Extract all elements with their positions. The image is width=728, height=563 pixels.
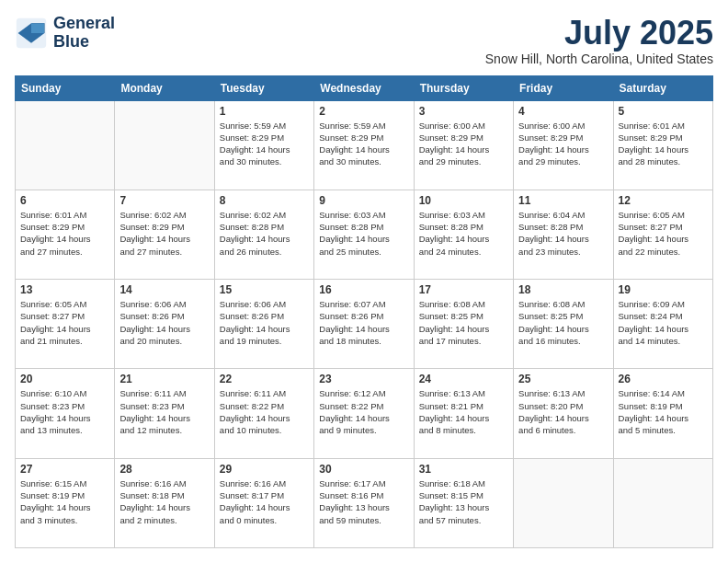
day-number: 15 (220, 283, 309, 296)
day-number: 31 (419, 463, 508, 476)
day-info: Sunrise: 6:12 AMSunset: 8:22 PMDaylight:… (319, 387, 408, 436)
day-number: 24 (419, 373, 508, 385)
day-info: Sunrise: 6:18 AMSunset: 8:15 PMDaylight:… (419, 477, 508, 526)
day-info: Sunrise: 6:14 AMSunset: 8:19 PMDaylight:… (619, 387, 708, 436)
logo: General Blue (15, 15, 115, 52)
day-number: 16 (319, 283, 408, 296)
calendar-cell: 9Sunrise: 6:03 AMSunset: 8:28 PMDaylight… (314, 190, 414, 279)
header: General Blue July 2025 Snow Hill, North … (15, 15, 713, 66)
calendar-cell: 3Sunrise: 6:00 AMSunset: 8:29 PMDaylight… (414, 100, 513, 190)
day-info: Sunrise: 6:05 AMSunset: 8:27 PMDaylight:… (619, 209, 708, 258)
week-row-4: 20Sunrise: 6:10 AMSunset: 8:23 PMDayligh… (16, 369, 713, 458)
day-number: 20 (20, 373, 109, 385)
calendar-cell: 12Sunrise: 6:05 AMSunset: 8:27 PMDayligh… (613, 190, 712, 279)
day-info: Sunrise: 6:01 AMSunset: 8:29 PMDaylight:… (619, 120, 708, 168)
day-info: Sunrise: 6:15 AMSunset: 8:19 PMDaylight:… (20, 477, 109, 526)
calendar-cell: 2Sunrise: 5:59 AMSunset: 8:29 PMDaylight… (314, 100, 414, 190)
day-info: Sunrise: 6:09 AMSunset: 8:24 PMDaylight:… (619, 298, 708, 347)
day-info: Sunrise: 6:07 AMSunset: 8:26 PMDaylight:… (319, 298, 408, 347)
location: Snow Hill, North Carolina, United States (485, 52, 713, 66)
calendar-header-row: SundayMondayTuesdayWednesdayThursdayFrid… (16, 75, 713, 100)
calendar-cell: 22Sunrise: 6:11 AMSunset: 8:22 PMDayligh… (214, 369, 313, 458)
calendar-cell: 6Sunrise: 6:01 AMSunset: 8:29 PMDaylight… (16, 190, 115, 279)
calendar-cell: 21Sunrise: 6:11 AMSunset: 8:23 PMDayligh… (115, 369, 214, 458)
calendar-cell (115, 100, 214, 190)
logo-icon (15, 17, 48, 50)
calendar-header-tuesday: Tuesday (214, 75, 313, 100)
calendar-cell: 5Sunrise: 6:01 AMSunset: 8:29 PMDaylight… (613, 100, 712, 190)
day-info: Sunrise: 6:11 AMSunset: 8:22 PMDaylight:… (220, 387, 309, 436)
calendar-cell: 27Sunrise: 6:15 AMSunset: 8:19 PMDayligh… (16, 458, 115, 547)
calendar-cell: 1Sunrise: 5:59 AMSunset: 8:29 PMDaylight… (214, 100, 313, 190)
day-number: 26 (619, 373, 708, 385)
svg-marker-3 (31, 23, 44, 33)
calendar-cell: 25Sunrise: 6:13 AMSunset: 8:20 PMDayligh… (514, 369, 613, 458)
calendar-table: SundayMondayTuesdayWednesdayThursdayFrid… (15, 75, 713, 548)
day-info: Sunrise: 6:08 AMSunset: 8:25 PMDaylight:… (419, 298, 508, 347)
day-info: Sunrise: 6:02 AMSunset: 8:29 PMDaylight:… (119, 209, 209, 258)
calendar-cell: 14Sunrise: 6:06 AMSunset: 8:26 PMDayligh… (115, 280, 214, 369)
calendar-cell: 7Sunrise: 6:02 AMSunset: 8:29 PMDaylight… (115, 190, 214, 279)
day-info: Sunrise: 6:16 AMSunset: 8:17 PMDaylight:… (220, 477, 309, 526)
calendar-header-friday: Friday (514, 75, 613, 100)
day-info: Sunrise: 6:17 AMSunset: 8:16 PMDaylight:… (319, 477, 408, 526)
day-info: Sunrise: 6:06 AMSunset: 8:26 PMDaylight:… (220, 298, 309, 347)
calendar-header-sunday: Sunday (16, 75, 115, 100)
day-info: Sunrise: 6:10 AMSunset: 8:23 PMDaylight:… (20, 387, 109, 436)
month-title: July 2025 (485, 15, 713, 52)
day-info: Sunrise: 6:03 AMSunset: 8:28 PMDaylight:… (319, 209, 408, 258)
calendar-header-saturday: Saturday (613, 75, 712, 100)
week-row-3: 13Sunrise: 6:05 AMSunset: 8:27 PMDayligh… (16, 280, 713, 369)
day-info: Sunrise: 5:59 AMSunset: 8:29 PMDaylight:… (220, 120, 309, 168)
day-number: 18 (518, 283, 608, 296)
day-number: 11 (518, 194, 608, 207)
calendar-cell: 29Sunrise: 6:16 AMSunset: 8:17 PMDayligh… (214, 458, 313, 547)
day-number: 22 (220, 373, 309, 385)
day-number: 30 (319, 463, 408, 476)
day-number: 13 (20, 283, 109, 296)
day-number: 5 (619, 105, 708, 118)
title-section: July 2025 Snow Hill, North Carolina, Uni… (485, 15, 713, 66)
day-info: Sunrise: 6:04 AMSunset: 8:28 PMDaylight:… (518, 209, 608, 258)
day-number: 27 (20, 463, 109, 476)
calendar-header-monday: Monday (115, 75, 214, 100)
day-info: Sunrise: 6:08 AMSunset: 8:25 PMDaylight:… (518, 298, 608, 347)
calendar-cell (514, 458, 613, 547)
calendar-cell: 30Sunrise: 6:17 AMSunset: 8:16 PMDayligh… (314, 458, 414, 547)
day-number: 9 (319, 194, 408, 207)
day-number: 17 (419, 283, 508, 296)
calendar-cell (613, 458, 712, 547)
day-number: 4 (518, 105, 608, 118)
day-number: 19 (619, 283, 708, 296)
calendar-cell: 8Sunrise: 6:02 AMSunset: 8:28 PMDaylight… (214, 190, 313, 279)
calendar-header-wednesday: Wednesday (314, 75, 414, 100)
day-info: Sunrise: 6:01 AMSunset: 8:29 PMDaylight:… (20, 209, 109, 258)
page: General Blue July 2025 Snow Hill, North … (0, 0, 728, 563)
calendar-cell: 13Sunrise: 6:05 AMSunset: 8:27 PMDayligh… (16, 280, 115, 369)
calendar-cell: 24Sunrise: 6:13 AMSunset: 8:21 PMDayligh… (414, 369, 513, 458)
day-number: 28 (119, 463, 209, 476)
day-number: 12 (619, 194, 708, 207)
calendar-cell: 16Sunrise: 6:07 AMSunset: 8:26 PMDayligh… (314, 280, 414, 369)
calendar-cell: 10Sunrise: 6:03 AMSunset: 8:28 PMDayligh… (414, 190, 513, 279)
week-row-1: 1Sunrise: 5:59 AMSunset: 8:29 PMDaylight… (16, 100, 713, 190)
calendar-cell (16, 100, 115, 190)
calendar-cell: 17Sunrise: 6:08 AMSunset: 8:25 PMDayligh… (414, 280, 513, 369)
calendar-cell: 18Sunrise: 6:08 AMSunset: 8:25 PMDayligh… (514, 280, 613, 369)
week-row-5: 27Sunrise: 6:15 AMSunset: 8:19 PMDayligh… (16, 458, 713, 547)
calendar-cell: 31Sunrise: 6:18 AMSunset: 8:15 PMDayligh… (414, 458, 513, 547)
day-info: Sunrise: 6:05 AMSunset: 8:27 PMDaylight:… (20, 298, 109, 347)
day-number: 29 (220, 463, 309, 476)
day-info: Sunrise: 6:00 AMSunset: 8:29 PMDaylight:… (518, 120, 608, 168)
day-info: Sunrise: 6:16 AMSunset: 8:18 PMDaylight:… (119, 477, 209, 526)
day-info: Sunrise: 6:02 AMSunset: 8:28 PMDaylight:… (220, 209, 309, 258)
calendar-cell: 15Sunrise: 6:06 AMSunset: 8:26 PMDayligh… (214, 280, 313, 369)
calendar-cell: 20Sunrise: 6:10 AMSunset: 8:23 PMDayligh… (16, 369, 115, 458)
day-number: 23 (319, 373, 408, 385)
day-number: 10 (419, 194, 508, 207)
day-number: 21 (119, 373, 209, 385)
day-number: 25 (518, 373, 608, 385)
week-row-2: 6Sunrise: 6:01 AMSunset: 8:29 PMDaylight… (16, 190, 713, 279)
calendar-cell: 28Sunrise: 6:16 AMSunset: 8:18 PMDayligh… (115, 458, 214, 547)
day-number: 8 (220, 194, 309, 207)
